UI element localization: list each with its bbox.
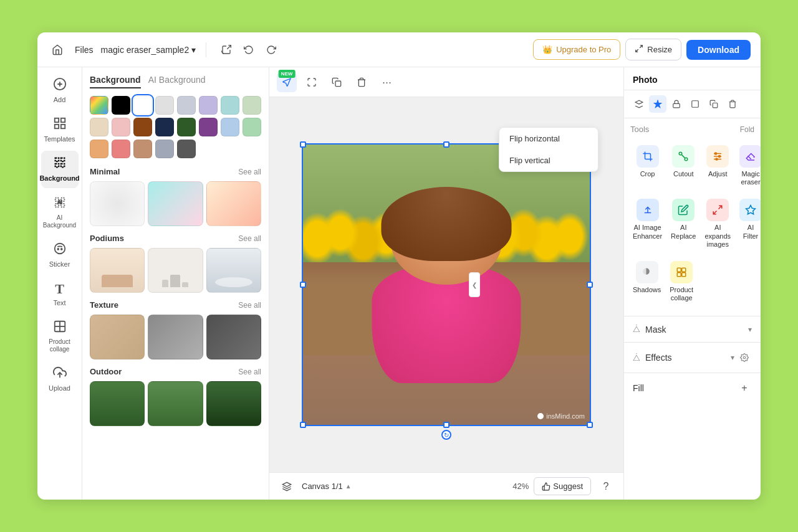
outdoor-thumb-1[interactable]	[90, 381, 145, 426]
tab-ai-background[interactable]: AI Background	[148, 75, 206, 88]
swatch-brown[interactable]	[133, 118, 152, 136]
minimal-see-all[interactable]: See all	[238, 168, 261, 176]
swatch-gray-blue[interactable]	[177, 96, 196, 115]
handle-tm[interactable]	[443, 141, 449, 148]
swatch-dark-green[interactable]	[177, 118, 196, 136]
swatch-sage[interactable]	[243, 118, 261, 136]
swatch-peach[interactable]	[90, 140, 108, 158]
resize-button[interactable]: Resize	[625, 39, 681, 60]
resize-icon	[635, 44, 643, 55]
home-button[interactable]	[47, 40, 67, 60]
delete-button[interactable]	[352, 72, 372, 92]
image-wrapper[interactable]: insMind.com ↻	[302, 143, 591, 426]
swatch-teal-light[interactable]	[221, 96, 239, 115]
cutout-icon	[672, 145, 695, 168]
flip-vertical-item[interactable]: Flip vertical	[499, 150, 598, 171]
podium-thumb-1[interactable]	[90, 248, 145, 293]
swatch-navy[interactable]	[155, 118, 174, 136]
more-button[interactable]: ⋯	[377, 72, 397, 92]
panel-collapse-button[interactable]: ❮	[469, 272, 480, 297]
handle-ml[interactable]	[300, 282, 306, 288]
minimal-thumb-2[interactable]	[148, 181, 203, 226]
tool-magic-eraser[interactable]: Magic eraser	[737, 140, 761, 190]
rotate-handle[interactable]: ↻	[441, 430, 451, 440]
handle-bl[interactable]	[300, 422, 306, 428]
handle-br[interactable]	[587, 422, 593, 428]
nav-item-background[interactable]: Background	[41, 151, 79, 188]
texture-thumb-3[interactable]	[206, 315, 261, 359]
tool-cutout[interactable]: Cutout	[668, 140, 698, 190]
swatch-cool-gray[interactable]	[155, 140, 174, 158]
texture-see-all[interactable]: See all	[238, 301, 261, 310]
tools-fold-btn[interactable]: Fold	[740, 125, 754, 134]
swatch-light-gray[interactable]	[155, 96, 174, 115]
swatch-black[interactable]	[112, 96, 130, 115]
swatch-rainbow[interactable]	[90, 96, 108, 115]
swatch-dark-gray[interactable]	[177, 140, 196, 158]
tool-ai-filter[interactable]: AI Filter	[737, 194, 761, 252]
flip-horizontal-item[interactable]: Flip horizontal	[499, 128, 598, 150]
redo-button[interactable]	[261, 40, 281, 60]
swatch-extra[interactable]	[243, 96, 261, 115]
swatch-lavender[interactable]	[199, 96, 218, 115]
fullscreen-button[interactable]	[302, 72, 322, 92]
nav-item-sticker[interactable]: Sticker	[41, 237, 79, 273]
minimal-thumb-3[interactable]	[206, 181, 261, 226]
nav-item-text[interactable]: T Text	[41, 276, 79, 312]
suggest-button[interactable]: Suggest	[534, 477, 591, 495]
minimal-thumb-1[interactable]	[90, 181, 145, 226]
help-button[interactable]: ?	[596, 477, 616, 496]
handle-mr[interactable]	[587, 282, 593, 288]
layers-bottom-button[interactable]	[277, 477, 297, 496]
rp-copy-btn[interactable]	[705, 95, 723, 113]
outdoor-see-all[interactable]: See all	[238, 368, 261, 376]
tool-crop[interactable]: Crop	[630, 140, 665, 190]
nav-item-ai-background[interactable]: AI AI Background	[41, 191, 79, 234]
fill-add-button[interactable]: +	[737, 381, 752, 396]
rp-magic-btn[interactable]	[649, 95, 666, 113]
tool-ai-enhancer[interactable]: AI Image Enhancer	[630, 194, 665, 252]
effects-settings-button[interactable]	[737, 350, 752, 365]
rp-delete-btn[interactable]	[724, 95, 741, 113]
swatch-purple[interactable]	[199, 118, 218, 136]
handle-tl[interactable]	[300, 141, 306, 148]
nav-item-templates[interactable]: Templates	[41, 112, 79, 148]
undo-button[interactable]	[239, 40, 259, 60]
nav-item-add[interactable]: Add	[41, 72, 79, 109]
swatch-sky[interactable]	[221, 118, 239, 136]
rp-lock-btn[interactable]	[668, 95, 685, 113]
nav-item-product-collage[interactable]: Product collage	[41, 315, 79, 358]
swatch-white[interactable]	[133, 96, 152, 115]
tool-product-collage[interactable]: Product collage	[667, 256, 696, 306]
upgrade-button[interactable]: 👑 Upgrade to Pro	[533, 39, 620, 60]
texture-thumb-1[interactable]	[90, 315, 145, 359]
tool-ai-replace[interactable]: AI Replace	[668, 194, 698, 252]
outdoor-thumb-2[interactable]	[148, 381, 203, 426]
duplicate-button[interactable]	[327, 72, 347, 92]
rp-frame-btn[interactable]	[686, 95, 704, 113]
tools-grid-2: Shadows Product collage	[630, 256, 754, 306]
texture-thumb-2[interactable]	[148, 315, 203, 359]
canvas-selector[interactable]: Canvas 1/1 ▲	[302, 482, 352, 491]
nav-item-upload[interactable]: Upload	[41, 361, 79, 397]
podium-thumb-2[interactable]	[148, 248, 203, 293]
podium-thumb-3[interactable]	[206, 248, 261, 293]
cloud-save-button[interactable]	[216, 40, 236, 60]
download-button[interactable]: Download	[686, 40, 751, 60]
effects-header[interactable]: ⧊ Effects ▾	[624, 343, 761, 373]
tool-adjust[interactable]: Adjust	[702, 140, 733, 190]
swatch-tan[interactable]	[133, 140, 152, 158]
handle-bm[interactable]	[443, 422, 449, 428]
files-link[interactable]: Files	[75, 45, 94, 55]
tab-background[interactable]: Background	[90, 75, 141, 88]
podiums-see-all[interactable]: See all	[238, 234, 261, 243]
tool-ai-expands[interactable]: AI expands images	[702, 194, 733, 252]
swatch-pink[interactable]	[112, 118, 130, 136]
rp-layers-btn[interactable]	[630, 95, 648, 113]
outdoor-thumb-3[interactable]	[206, 381, 261, 426]
swatch-coral[interactable]	[112, 140, 130, 158]
tool-shadows[interactable]: Shadows	[630, 256, 663, 306]
swatch-nude[interactable]	[90, 118, 108, 136]
filename-dropdown[interactable]: magic eraser_sample2 ▾	[101, 45, 196, 55]
mask-header[interactable]: ⧊ Mask ▾	[624, 316, 761, 342]
